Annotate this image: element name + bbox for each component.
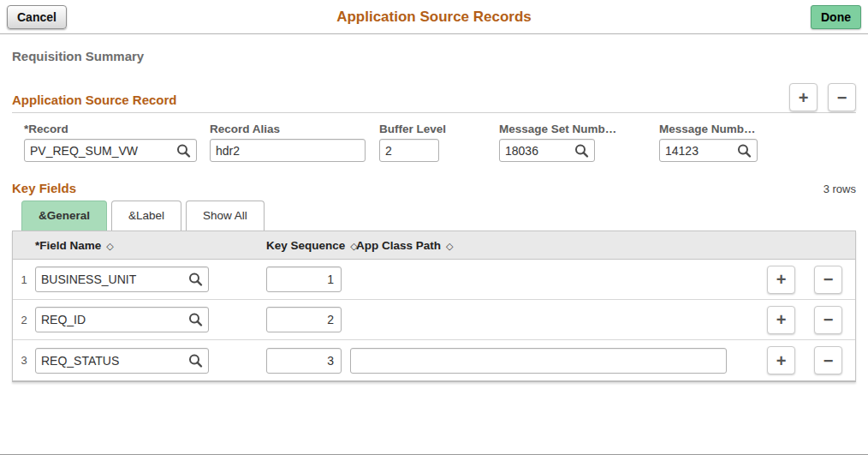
remove-row-button-row2[interactable]: − bbox=[814, 306, 842, 334]
remove-source-record-button[interactable]: − bbox=[828, 83, 856, 111]
key-sequence-input-row3[interactable] bbox=[266, 348, 342, 374]
row-number: 1 bbox=[13, 273, 35, 286]
key-sequence-input-row2[interactable] bbox=[266, 307, 342, 332]
add-source-record-button[interactable]: + bbox=[789, 83, 817, 111]
message-set-number-label: Message Set Numb… bbox=[499, 123, 595, 135]
field-name-lookup-icon-row1[interactable] bbox=[188, 272, 203, 287]
cancel-button[interactable]: Cancel bbox=[7, 5, 67, 29]
remove-row-button-row1[interactable]: − bbox=[814, 266, 842, 294]
application-source-record-heading: Application Source Record bbox=[12, 93, 177, 111]
column-header-app-class-path[interactable]: App Class Path◇ bbox=[350, 239, 767, 252]
row-number: 3 bbox=[13, 354, 35, 367]
record-alias-label: Record Alias bbox=[210, 123, 366, 135]
key-fields-section-header: Key Fields 3 rows bbox=[12, 181, 856, 195]
row-number: 2 bbox=[13, 314, 35, 326]
message-set-lookup-icon[interactable] bbox=[574, 143, 589, 158]
page-title: Application Source Records bbox=[336, 0, 532, 34]
message-number-field: Message Numb… bbox=[659, 123, 758, 162]
table-row: 1 + − bbox=[13, 260, 855, 300]
key-fields-heading: Key Fields bbox=[12, 181, 76, 195]
key-sequence-input-row1[interactable] bbox=[266, 266, 342, 292]
buffer-level-label: Buffer Level bbox=[379, 123, 439, 135]
column-header-field-name[interactable]: *Field Name◇ bbox=[35, 239, 266, 252]
record-alias-field: Record Alias bbox=[210, 123, 366, 162]
table-row: 3 + − bbox=[13, 340, 855, 380]
record-input[interactable] bbox=[24, 139, 197, 162]
source-record-fields: *Record Record Alias Buffer Level Messag… bbox=[24, 123, 868, 162]
key-fields-grid: *Field Name◇ Key Sequence◇ App Class Pat… bbox=[12, 230, 856, 382]
buffer-level-field: Buffer Level bbox=[379, 123, 439, 162]
record-lookup-icon[interactable] bbox=[176, 143, 191, 158]
record-label: *Record bbox=[24, 123, 197, 135]
record-field: *Record bbox=[24, 123, 197, 162]
key-fields-tabs: &General &Label Show All bbox=[21, 201, 868, 230]
add-row-button-row2[interactable]: + bbox=[767, 306, 795, 334]
field-name-input-row3[interactable] bbox=[35, 348, 209, 374]
column-header-key-sequence[interactable]: Key Sequence◇ bbox=[266, 239, 350, 252]
record-alias-input[interactable] bbox=[210, 139, 366, 162]
message-set-number-field: Message Set Numb… bbox=[499, 123, 595, 162]
remove-row-button-row3[interactable]: − bbox=[814, 346, 842, 374]
sort-app-class-path-icon[interactable]: ◇ bbox=[446, 241, 453, 251]
application-source-record-section-header: Application Source Record + − bbox=[12, 83, 856, 113]
buffer-level-input[interactable] bbox=[379, 139, 439, 162]
grid-header-row: *Field Name◇ Key Sequence◇ App Class Pat… bbox=[13, 231, 855, 260]
tab-show-all[interactable]: Show All bbox=[186, 201, 265, 230]
requisition-summary-label: Requisition Summary bbox=[12, 49, 868, 63]
add-row-button-row3[interactable]: + bbox=[767, 346, 795, 374]
field-name-input-row1[interactable] bbox=[35, 266, 209, 292]
table-row: 2 + − bbox=[13, 300, 855, 340]
add-row-button-row1[interactable]: + bbox=[767, 266, 795, 294]
tab-label[interactable]: &Label bbox=[111, 201, 181, 230]
field-name-lookup-icon-row3[interactable] bbox=[188, 353, 203, 368]
field-name-lookup-icon-row2[interactable] bbox=[188, 313, 203, 327]
message-number-lookup-icon[interactable] bbox=[737, 143, 752, 158]
app-class-path-input-row3[interactable] bbox=[350, 348, 727, 374]
message-number-label: Message Numb… bbox=[659, 123, 758, 135]
field-name-input-row2[interactable] bbox=[35, 307, 209, 332]
header-bar: Cancel Application Source Records Done bbox=[0, 0, 868, 34]
tab-general[interactable]: &General bbox=[21, 201, 107, 230]
sort-field-name-icon[interactable]: ◇ bbox=[106, 241, 113, 251]
row-count-label: 3 rows bbox=[823, 183, 856, 195]
done-button[interactable]: Done bbox=[811, 5, 861, 29]
